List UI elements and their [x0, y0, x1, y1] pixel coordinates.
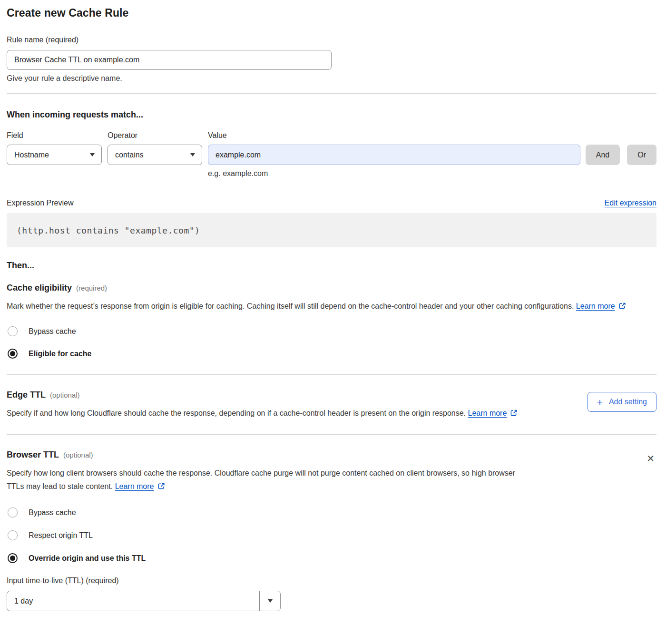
field-select[interactable]: Hostname: [7, 145, 102, 165]
ttl-input-label: Input time-to-live (TTL) (required): [7, 576, 656, 585]
radio-label: Respect origin TTL: [29, 531, 93, 540]
and-button[interactable]: And: [586, 145, 620, 165]
learn-more-link[interactable]: Learn more: [115, 482, 154, 490]
add-setting-label: Add setting: [609, 398, 647, 406]
condition-labels: Field Operator Value: [7, 131, 656, 140]
radio-unselected-icon[interactable]: [8, 507, 18, 517]
radio-row-bypass-cache[interactable]: Bypass cache: [7, 326, 656, 336]
expression-preview-label: Expression Preview: [7, 199, 74, 207]
value-label: Value: [208, 131, 227, 140]
radio-label: Bypass cache: [29, 327, 76, 336]
radio-label: Eligible for cache: [29, 350, 91, 358]
learn-more-link[interactable]: Learn more: [468, 409, 507, 417]
external-link-icon: [157, 481, 165, 494]
create-cache-rule-form: Create new Cache Rule Rule name (require…: [7, 7, 656, 611]
close-icon: ✕: [646, 453, 655, 464]
rule-name-input[interactable]: [7, 50, 332, 70]
section-divider: [7, 374, 656, 375]
radio-label: Override origin and use this TTL: [29, 554, 146, 563]
cache-eligibility-description: Mark whether the request’s response from…: [7, 300, 656, 314]
value-help: e.g. example.com: [208, 169, 656, 178]
cache-eligibility-required-tag: (required): [76, 284, 107, 292]
expression-preview-row: Expression Preview Edit expression: [7, 199, 656, 207]
close-browser-ttl-button[interactable]: ✕: [645, 453, 656, 464]
chevron-down-icon: [190, 153, 195, 156]
rule-name-help: Give your rule a descriptive name.: [7, 74, 656, 83]
rule-name-label: Rule name (required): [7, 36, 656, 44]
chevron-down-icon: [268, 599, 273, 603]
radio-row-bypass-cache[interactable]: Bypass cache: [7, 507, 656, 517]
edge-ttl-section: Edge TTL (optional) Specify if and how l…: [7, 390, 656, 421]
section-divider: [7, 434, 656, 435]
expression-code-box: (http.host contains "example.com"): [7, 213, 656, 247]
radio-selected-icon[interactable]: [8, 349, 18, 359]
page-title: Create new Cache Rule: [7, 7, 656, 20]
radio-label: Bypass cache: [29, 508, 76, 517]
radio-row-override-origin-ttl[interactable]: Override origin and use this TTL: [7, 553, 656, 563]
expression-code: (http.host contains "example.com"): [17, 225, 200, 235]
browser-ttl-title: Browser TTL: [7, 450, 59, 460]
edge-ttl-head: Edge TTL (optional): [7, 390, 518, 400]
operator-label: Operator: [108, 131, 208, 140]
add-setting-button[interactable]: + Add setting: [588, 392, 656, 412]
field-select-value: Hostname: [14, 151, 49, 159]
plus-icon: +: [597, 397, 603, 407]
browser-ttl-optional-tag: (optional): [63, 451, 93, 459]
operator-select-value: contains: [115, 151, 144, 159]
cache-eligibility-title: Cache eligibility: [7, 283, 72, 293]
learn-more-link[interactable]: Learn more: [576, 302, 615, 310]
field-label: Field: [7, 131, 108, 140]
external-link-icon: [510, 408, 518, 421]
ttl-select-value: 1 day: [7, 591, 259, 611]
browser-ttl-head: Browser TTL (optional): [7, 450, 525, 460]
operator-select[interactable]: contains: [108, 145, 202, 165]
section-divider: [7, 93, 656, 94]
browser-ttl-section: Browser TTL (optional) Specify how long …: [7, 450, 656, 494]
browser-ttl-description: Specify how long client browsers should …: [7, 467, 525, 494]
cache-eligibility-head: Cache eligibility (required): [7, 283, 656, 293]
radio-row-eligible-for-cache[interactable]: Eligible for cache: [7, 349, 656, 359]
ttl-select-arrow-button[interactable]: [259, 591, 280, 611]
edge-ttl-description: Specify if and how long Cloudflare shoul…: [7, 407, 518, 421]
chevron-down-icon: [90, 153, 95, 156]
value-input[interactable]: [208, 145, 580, 165]
match-heading: When incoming requests match...: [7, 110, 656, 120]
condition-row: Hostname contains And Or: [7, 145, 656, 165]
external-link-icon: [618, 301, 626, 314]
radio-row-respect-origin-ttl[interactable]: Respect origin TTL: [7, 530, 656, 540]
radio-unselected-icon[interactable]: [8, 326, 18, 336]
edge-ttl-title: Edge TTL: [7, 390, 46, 400]
radio-selected-icon[interactable]: [8, 553, 18, 563]
or-button[interactable]: Or: [627, 145, 656, 165]
edge-ttl-optional-tag: (optional): [50, 391, 80, 399]
then-heading: Then...: [7, 261, 656, 271]
ttl-select[interactable]: 1 day: [7, 591, 281, 611]
radio-unselected-icon[interactable]: [8, 530, 18, 540]
edit-expression-link[interactable]: Edit expression: [605, 199, 656, 207]
